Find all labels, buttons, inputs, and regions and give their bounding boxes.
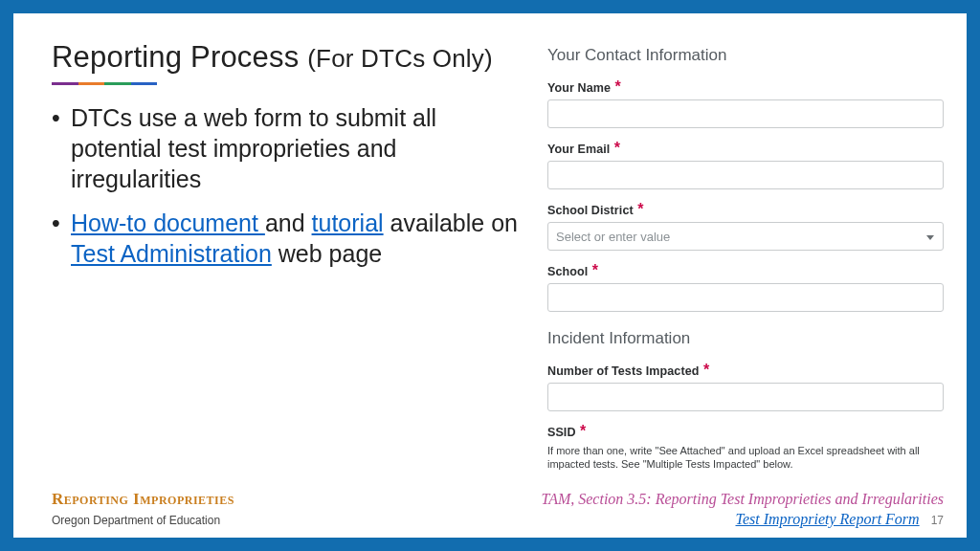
slide-footer: Reporting Improprieties TAM, Section 3.5…	[52, 490, 944, 528]
section-label: Reporting Improprieties	[52, 490, 234, 509]
name-input[interactable]	[547, 99, 944, 128]
test-admin-link[interactable]: Test Administration	[71, 240, 272, 267]
ssid-label: SSID	[547, 426, 576, 439]
section-contact-header: Your Contact Information	[547, 46, 944, 65]
bullet-2-mid2: available on	[384, 209, 518, 236]
tests-impacted-input[interactable]	[547, 383, 944, 411]
howto-document-link[interactable]: How-to document	[71, 209, 265, 236]
email-input[interactable]	[547, 161, 944, 189]
school-input[interactable]	[547, 283, 944, 312]
ssid-help-text: If more than one, write "See Attached" a…	[547, 444, 944, 472]
field-email: Your Email *	[547, 140, 944, 189]
report-form-link[interactable]: Test Impropriety Report Form	[736, 511, 920, 528]
bullet-2-mid: and	[265, 209, 312, 236]
required-mark: *	[592, 262, 598, 278]
district-select[interactable]	[547, 222, 944, 251]
slide-title: Reporting Process (For DTCs Only)	[52, 40, 530, 75]
page-number: 17	[931, 514, 944, 527]
district-label: School District	[547, 204, 634, 217]
required-mark: *	[703, 362, 709, 378]
bullet-1-text: DTCs use a web form to submit all potent…	[71, 104, 436, 192]
footer-bottom-row: Oregon Department of Education Test Impr…	[52, 511, 944, 528]
school-label: School	[547, 265, 588, 278]
field-district: School District *	[547, 201, 944, 251]
content-columns: Reporting Process (For DTCs Only) DTCs u…	[52, 40, 944, 480]
required-mark: *	[614, 140, 620, 156]
chevron-down-icon	[926, 235, 934, 240]
field-ssid: SSID * If more than one, write "See Atta…	[547, 423, 944, 472]
required-mark: *	[614, 78, 620, 95]
tests-impacted-label: Number of Tests Impacted	[547, 364, 699, 378]
left-column: Reporting Process (For DTCs Only) DTCs u…	[52, 40, 540, 480]
bullet-2: How-to document and tutorial available o…	[52, 208, 530, 269]
footer-top-row: Reporting Improprieties TAM, Section 3.5…	[52, 490, 944, 509]
email-label: Your Email	[547, 143, 610, 156]
tam-reference: TAM, Section 3.5: Reporting Test Impropr…	[541, 491, 944, 508]
bullet-list: DTCs use a web form to submit all potent…	[52, 102, 530, 269]
field-tests-impacted: Number of Tests Impacted *	[547, 362, 944, 411]
org-name: Oregon Department of Education	[52, 514, 220, 527]
section-incident-header: Incident Information	[547, 329, 944, 348]
required-mark: *	[637, 201, 643, 217]
field-school: School *	[547, 262, 944, 312]
footer-right: Test Impropriety Report Form 17	[736, 511, 945, 528]
tutorial-link[interactable]: tutorial	[312, 209, 384, 236]
district-select-wrap	[547, 222, 944, 251]
title-main: Reporting Process	[52, 40, 307, 74]
bullet-1: DTCs use a web form to submit all potent…	[52, 102, 530, 194]
field-name: Your Name *	[547, 78, 944, 128]
bullet-2-end: web page	[272, 240, 382, 267]
required-mark: *	[580, 423, 586, 439]
form-panel: Your Contact Information Your Name * You…	[540, 40, 944, 480]
name-label: Your Name	[547, 81, 611, 95]
title-underline	[52, 82, 157, 85]
title-sub: (For DTCs Only)	[307, 44, 493, 73]
slide-frame: Reporting Process (For DTCs Only) DTCs u…	[0, 0, 980, 551]
